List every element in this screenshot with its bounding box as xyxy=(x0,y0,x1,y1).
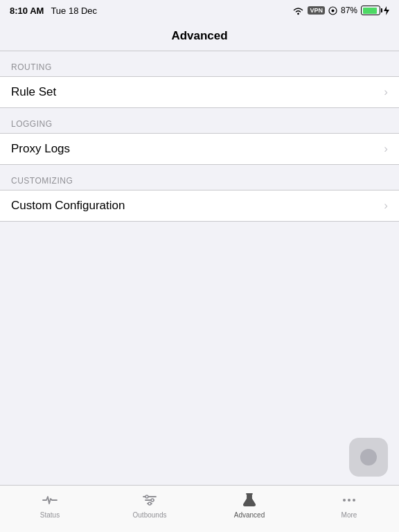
charging-icon xyxy=(384,6,389,15)
svg-point-13 xyxy=(343,499,346,502)
svg-marker-3 xyxy=(384,6,389,15)
tab-advanced[interactable]: Advanced xyxy=(200,491,299,519)
section-header-routing: ROUTING xyxy=(0,51,399,76)
vpn-badge: VPN xyxy=(308,6,325,15)
tab-more-label: More xyxy=(342,511,357,519)
battery-body xyxy=(361,6,380,15)
row-label-proxy-logs: Proxy Logs xyxy=(11,142,70,156)
tab-bar: Status Outbounds xyxy=(0,485,399,532)
section-logging: LOGGING Proxy Logs › xyxy=(0,108,399,165)
tab-status[interactable]: Status xyxy=(0,491,100,519)
chevron-proxy-logs: › xyxy=(384,142,388,156)
battery-percent: 87% xyxy=(341,6,357,15)
section-header-customizing: CUSTOMIZING xyxy=(0,165,399,190)
fab-button[interactable] xyxy=(349,438,388,477)
section-customizing: CUSTOMIZING Custom Configuration › xyxy=(0,165,399,222)
svg-point-14 xyxy=(348,499,351,502)
outbounds-icon xyxy=(141,491,159,509)
tab-more[interactable]: More xyxy=(299,491,399,519)
svg-point-9 xyxy=(148,502,151,505)
section-group-logging: Proxy Logs › xyxy=(0,133,399,165)
svg-point-11 xyxy=(247,502,249,503)
section-header-logging: LOGGING xyxy=(0,108,399,133)
tab-outbounds-label: Outbounds xyxy=(133,511,167,519)
status-bar: 8:10 AM Tue 18 Dec VPN 87% xyxy=(0,0,399,21)
svg-point-15 xyxy=(353,499,355,502)
row-rule-set[interactable]: Rule Set › xyxy=(0,77,399,107)
chevron-custom-configuration: › xyxy=(384,199,388,213)
advanced-icon xyxy=(240,491,258,509)
main-content: ROUTING Rule Set › LOGGING Proxy Logs › … xyxy=(0,51,399,222)
status-time: 8:10 AM xyxy=(10,6,44,16)
nav-title: Advanced xyxy=(171,29,227,43)
signal-icon xyxy=(328,6,337,15)
chevron-rule-set: › xyxy=(384,85,388,99)
status-icon xyxy=(41,491,59,509)
row-custom-configuration[interactable]: Custom Configuration › xyxy=(0,190,399,221)
nav-bar: Advanced xyxy=(0,21,399,51)
wifi-icon xyxy=(292,6,304,15)
svg-point-12 xyxy=(250,503,251,504)
row-proxy-logs[interactable]: Proxy Logs › xyxy=(0,134,399,164)
section-group-customizing: Custom Configuration › xyxy=(0,190,399,222)
svg-point-8 xyxy=(151,499,154,502)
tab-outbounds[interactable]: Outbounds xyxy=(100,491,200,519)
tab-status-label: Status xyxy=(40,511,60,519)
more-icon xyxy=(340,491,358,509)
row-label-custom-configuration: Custom Configuration xyxy=(11,199,125,213)
battery-container xyxy=(361,6,380,15)
battery-fill xyxy=(363,8,377,14)
section-group-routing: Rule Set › xyxy=(0,76,399,108)
tab-advanced-label: Advanced xyxy=(234,511,265,519)
status-date: Tue 18 Dec xyxy=(51,6,97,16)
svg-point-7 xyxy=(145,495,148,498)
row-label-rule-set: Rule Set xyxy=(11,85,56,99)
fab-inner xyxy=(360,449,377,466)
svg-point-2 xyxy=(331,9,334,12)
section-routing: ROUTING Rule Set › xyxy=(0,51,399,108)
svg-point-0 xyxy=(298,12,300,15)
